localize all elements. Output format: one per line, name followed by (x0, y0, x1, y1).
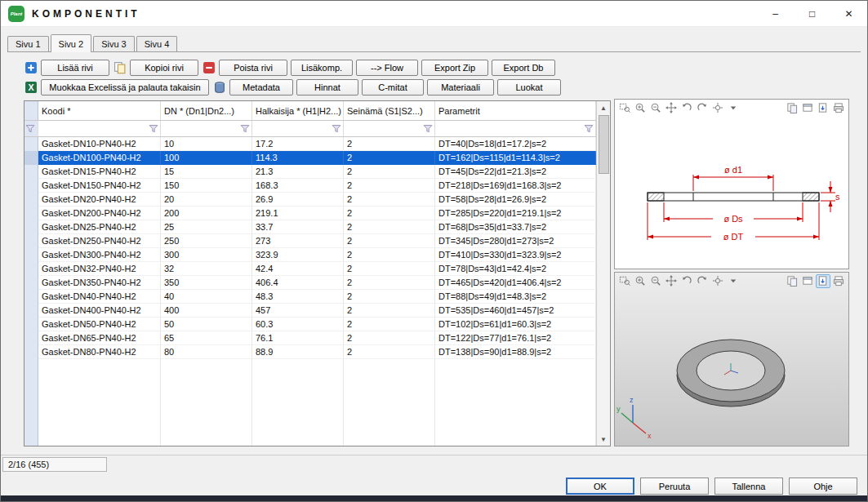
table-row[interactable]: Gasket-DN350-PN40-H2350406.42DT=465|Ds=4… (24, 276, 596, 290)
funnel-icon[interactable] (332, 124, 341, 134)
tab-sivu-1[interactable]: Sivu 1 (7, 36, 49, 51)
tallenna-button[interactable]: Tallenna (714, 478, 783, 495)
button-c-mitat[interactable]: C-mitat (362, 79, 424, 96)
maximize-icon[interactable]: □ (794, 1, 830, 27)
button-lis-komp[interactable]: Lisäkomp. (291, 60, 353, 76)
button-export-db[interactable]: Export Db (492, 60, 555, 76)
row-header-cell[interactable] (24, 248, 38, 262)
pan-icon[interactable] (664, 101, 679, 115)
button-hinnat[interactable]: Hinnat (296, 79, 358, 96)
zoom-out-icon[interactable] (648, 274, 663, 288)
vertical-scrollbar[interactable]: ▲ ▼ (596, 101, 610, 446)
funnel-icon[interactable] (25, 124, 35, 134)
rotate-ccw-icon[interactable] (679, 101, 694, 115)
filter-parametrit[interactable] (435, 121, 596, 136)
row-header-cell[interactable] (24, 276, 38, 290)
table-row[interactable]: Gasket-DN10-PN40-H21017.22DT=40|Ds=18|d1… (24, 137, 596, 151)
rotate-cw-icon[interactable] (695, 274, 710, 288)
orbit-icon[interactable] (710, 274, 725, 288)
column-header-parametrit[interactable]: Parametrit (435, 101, 596, 120)
table-row[interactable]: Gasket-DN200-PN40-H2200219.12DT=285|Ds=2… (24, 207, 596, 220)
button-muokkaa-exceliss-ja-palauta-takaisin[interactable]: Muokkaa Excelissä ja palauta takaisin (41, 79, 209, 96)
row-header-cell[interactable] (24, 234, 38, 248)
tab-sivu-4[interactable]: Sivu 4 (136, 36, 178, 51)
button-poista-rivi[interactable]: Poista rivi (219, 60, 287, 76)
tab-sivu-2[interactable]: Sivu 2 (51, 34, 92, 52)
zoom-out-icon[interactable] (648, 101, 663, 115)
column-header-sein-m-s1-s2[interactable]: Seinämä (S1|S2...) (344, 101, 435, 120)
table-row[interactable]: Gasket-DN20-PN40-H22026.92DT=58|Ds=28|d1… (24, 193, 596, 207)
dropdown-icon[interactable] (726, 274, 741, 288)
select-icon[interactable] (617, 101, 632, 115)
rotate-cw-icon[interactable] (695, 101, 710, 115)
copy-frame-icon[interactable] (800, 101, 815, 115)
row-header-cell[interactable] (24, 193, 38, 207)
row-header-cell[interactable] (24, 151, 38, 165)
funnel-icon[interactable] (584, 124, 594, 134)
row-header-cell[interactable] (24, 331, 38, 345)
row-header-cell[interactable] (24, 304, 38, 318)
row-header-cell[interactable] (24, 137, 38, 151)
row-header-cell[interactable] (24, 345, 38, 359)
save-view-icon[interactable] (816, 274, 830, 288)
table-row[interactable]: Gasket-DN300-PN40-H2300323.92DT=410|Ds=3… (24, 248, 596, 262)
funnel-icon[interactable] (423, 124, 433, 134)
table-row[interactable]: Gasket-DN40-PN40-H24048.32DT=88|Ds=49|d1… (24, 290, 596, 304)
pan-icon[interactable] (664, 274, 679, 288)
save-view-icon[interactable] (816, 101, 830, 115)
peruuta-button[interactable]: Peruuta (640, 478, 709, 495)
filter-dn-dn1-dn2[interactable] (161, 121, 252, 136)
table-row[interactable]: Gasket-DN32-PN40-H23242.42DT=78|Ds=43|d1… (24, 262, 596, 276)
button-export-zip[interactable]: Export Zip (421, 60, 488, 76)
orbit-icon[interactable] (710, 101, 725, 115)
row-header-cell[interactable] (24, 290, 38, 304)
row-header-cell[interactable] (24, 207, 38, 220)
scroll-thumb[interactable] (599, 115, 609, 174)
table-row[interactable]: Gasket-DN250-PN40-H22502732DT=345|Ds=280… (24, 234, 596, 248)
minus-icon[interactable] (202, 60, 216, 74)
zoom-in-icon[interactable] (633, 101, 648, 115)
funnel-icon[interactable] (240, 124, 250, 134)
copy-frame-icon[interactable] (800, 274, 815, 288)
row-filter-corner[interactable] (24, 121, 38, 136)
button-flow[interactable]: --> Flow (356, 60, 418, 76)
table-row[interactable]: Gasket-DN50-PN40-H25060.32DT=102|Ds=61|d… (24, 318, 596, 331)
metadata-icon[interactable] (212, 80, 226, 94)
copy-icon[interactable] (113, 60, 127, 74)
column-header-halkaisija-h1-h2[interactable]: Halkaisija * (H1|H2...) (252, 101, 344, 120)
tab-sivu-3[interactable]: Sivu 3 (93, 36, 135, 51)
print-icon[interactable] (831, 274, 846, 288)
row-header-cell[interactable] (24, 179, 38, 193)
zoom-in-icon[interactable] (633, 274, 648, 288)
table-row[interactable]: Gasket-DN25-PN40-H22533.72DT=68|Ds=35|d1… (24, 220, 596, 234)
filter-sein-m-s1-s2[interactable] (344, 121, 435, 136)
filter-halkaisija-h1-h2[interactable] (252, 121, 344, 136)
scroll-down-icon[interactable]: ▼ (597, 433, 610, 446)
dropdown-icon[interactable] (726, 101, 741, 115)
minimize-icon[interactable]: – (757, 1, 794, 27)
button-luokat[interactable]: Luokat (497, 79, 561, 96)
column-header-dn-dn1-dn2[interactable]: DN * (Dn1|Dn2...) (161, 101, 252, 120)
button-kopioi-rivi[interactable]: Kopioi rivi (130, 60, 198, 76)
column-header-koodi[interactable]: Koodi * (38, 101, 161, 120)
print-icon[interactable] (831, 101, 846, 115)
select-icon[interactable] (617, 274, 632, 288)
filter-koodi[interactable] (38, 121, 161, 136)
plus-icon[interactable] (24, 60, 38, 74)
button-lis-rivi[interactable]: Lisää rivi (41, 60, 109, 76)
excel-icon[interactable]: X (24, 80, 38, 94)
scroll-up-icon[interactable]: ▲ (597, 101, 610, 114)
close-icon[interactable]: ✕ (830, 1, 867, 27)
table-row[interactable]: Gasket-DN150-PN40-H2150168.32DT=218|Ds=1… (24, 179, 596, 193)
table-row[interactable]: Gasket-DN65-PN40-H26576.12DT=122|Ds=77|d… (24, 331, 596, 345)
funnel-icon[interactable] (149, 124, 158, 134)
table-row[interactable]: Gasket-DN100-PN40-H2100114.32DT=162|Ds=1… (24, 151, 596, 165)
button-metadata[interactable]: Metadata (229, 79, 293, 96)
copy-view-icon[interactable] (785, 274, 799, 288)
table-row[interactable]: Gasket-DN15-PN40-H21521.32DT=45|Ds=22|d1… (24, 165, 596, 179)
row-header-cell[interactable] (24, 220, 38, 234)
button-materiaali[interactable]: Materiaali (427, 79, 494, 96)
copy-view-icon[interactable] (785, 101, 799, 115)
table-row[interactable]: Gasket-DN400-PN40-H24004572DT=535|Ds=460… (24, 304, 596, 318)
table-row[interactable]: Gasket-DN80-PN40-H28088.92DT=138|Ds=90|d… (24, 345, 596, 359)
